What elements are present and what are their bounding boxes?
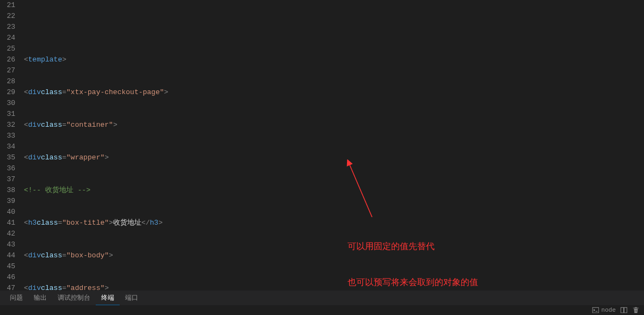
code-token: div <box>28 120 41 131</box>
line-numbers-gutter: 21 22 23 24 25 26 27 28 29 30 31 32 33 3… <box>0 0 24 297</box>
line-number: 45 <box>0 261 15 272</box>
line-number: 29 <box>0 87 15 98</box>
split-panel-icon[interactable] <box>620 306 628 314</box>
line-number: 46 <box>0 272 15 283</box>
line-number: 34 <box>0 141 15 152</box>
code-token: div <box>28 250 41 261</box>
line-number: 40 <box>0 207 15 218</box>
code-token: div <box>28 152 41 163</box>
line-number: 27 <box>0 65 15 76</box>
line-number: 43 <box>0 239 15 250</box>
line-number: 37 <box>0 174 15 185</box>
code-token: xtx-pay-checkout-page <box>71 88 160 96</box>
line-number: 32 <box>0 120 15 131</box>
terminal-profile[interactable]: node <box>592 306 616 314</box>
terminal-profile-label: node <box>602 307 616 313</box>
code-editor[interactable]: <template> <div class="xtx-pay-checkout-… <box>24 0 644 297</box>
tab-output[interactable]: 输出 <box>28 291 52 305</box>
code-token: template <box>28 54 62 65</box>
line-number: 35 <box>0 152 15 163</box>
tab-debug[interactable]: 调试控制台 <box>52 291 96 305</box>
line-number: 39 <box>0 196 15 207</box>
code-token: box-body <box>71 251 104 260</box>
panel-tabs: 问题 输出 调试控制台 终端 端口 <box>0 290 644 305</box>
code-token: box-title <box>66 219 104 227</box>
line-number: 36 <box>0 163 15 174</box>
line-number: 24 <box>0 33 15 44</box>
code-token: div <box>28 87 41 98</box>
line-number: 30 <box>0 98 15 109</box>
tab-terminal[interactable]: 终端 <box>96 291 120 305</box>
line-number: 38 <box>0 185 15 196</box>
code-token: container <box>71 121 109 129</box>
tab-ports[interactable]: 端口 <box>120 291 144 305</box>
tab-problems[interactable]: 问题 <box>4 291 28 305</box>
line-number: 41 <box>0 218 15 228</box>
code-token: wrapper <box>71 153 101 162</box>
trash-icon[interactable] <box>632 306 640 314</box>
code-token: 收货地址 <box>113 218 141 228</box>
line-number: 25 <box>0 44 15 54</box>
annotation-line: 也可以预写将来会取到的对象的值 <box>348 276 478 288</box>
line-number: 42 <box>0 228 15 239</box>
terminal-icon <box>592 306 599 314</box>
line-number: 44 <box>0 250 15 261</box>
code-token: h3 <box>28 218 37 228</box>
line-number: 26 <box>0 54 15 65</box>
line-number: 22 <box>0 11 15 22</box>
annotation-line: 可以用固定的值先替代 <box>348 240 478 252</box>
code-comment: <!-- 收货地址 --> <box>24 185 90 196</box>
line-number: 21 <box>0 0 15 11</box>
line-number: 23 <box>0 22 15 33</box>
line-number: 31 <box>0 109 15 120</box>
terminal-toolbar: node <box>592 305 644 315</box>
line-number: 33 <box>0 131 15 141</box>
line-number: 28 <box>0 76 15 87</box>
